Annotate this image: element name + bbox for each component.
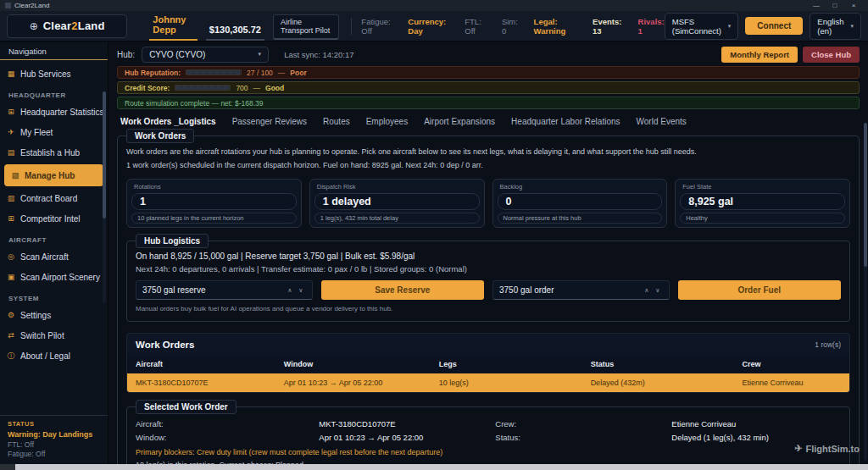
chevron-down-icon: ▾ [850,23,854,30]
maximize-button[interactable]: □ [826,2,844,9]
close-hub-button[interactable]: Close Hub [803,47,860,63]
credit-score-bar [175,85,231,91]
sidebar-item-competitor-intel[interactable]: ⊞Competitor Intel [0,208,108,229]
pilot-name[interactable]: Johnny Depp [149,11,197,41]
app-icon [5,3,11,8]
pilot-summary: Johnny Depp $130,305.72 Airline Transpor… [149,11,338,41]
scenery-icon: ▣ [7,273,15,281]
status-currency: Currency: Day [408,17,450,36]
work-orders-fieldset: Work Orders Work orders are the aircraft… [117,135,860,464]
status-events: Events: 13 [593,17,624,36]
tab-headquarter-labor-relations[interactable]: Headquarter Labor Relations [511,117,620,126]
sidebar-item-switch-pilot[interactable]: ⇄Switch Pilot [0,325,108,346]
tab-work-orders-logistics[interactable]: Work Orders _Logistics [120,117,216,126]
sidebar-item-label: Scan Airport Scenery [20,273,100,282]
col-window: Window [284,360,439,368]
sidebar-item-label: Switch Pilot [20,331,64,340]
order-input-value: 3750 gal order [499,285,554,295]
hub-reputation-grade: Poor [290,69,306,77]
tab-world-events[interactable]: World Events [637,117,687,126]
sidebar-item-my-fleet[interactable]: ✈My Fleet [0,122,108,142]
sidebar-item-settings[interactable]: ⚙Settings [0,305,108,325]
sidebar-item-establish-hub[interactable]: ▤Establish a Hub [0,142,108,163]
brand-accent: 2 [71,19,77,32]
sim-connector-select[interactable]: MSFS (SimConnect) ▾ [665,13,739,40]
order-fuel-button[interactable]: Order Fuel [678,280,842,300]
stepper-arrows-icon[interactable]: ∧ ∨ [287,287,305,294]
sidebar-item-label: About / Legal [20,351,70,361]
search-icon: ◎ [7,252,15,261]
sidebar-section-headquarter: HEADQUARTER [0,84,108,102]
sidebar-item-label: Competitor Intel [20,214,81,224]
window-title: Clear2Land [14,2,49,9]
reserve-input[interactable]: 3750 gal reserve ∧ ∨ [136,280,313,300]
cell-legs: 10 leg(s) [439,379,591,387]
crew-value: Etienne Corriveau [671,419,841,429]
pilot-balance[interactable]: $130,305.72 [206,21,264,41]
hub-tabs: Work Orders _Logistics Passenger Reviews… [117,112,860,132]
card-caption: Healthy [680,213,845,224]
hub-select[interactable]: CYVO (CYVO) ▾ [142,47,269,63]
fleet-icon: ✈ [7,128,15,136]
work-orders-table-header: Aircraft Window Legs Status Crew [127,355,849,373]
work-orders-table-panel: Work Orders 1 row(s) Aircraft Window Leg… [126,333,850,393]
sidebar-scrollbar[interactable] [103,91,106,303]
sidebar-item-label: Headquarter Statistics [20,108,103,117]
card-label: Rotations [131,182,297,191]
sidebar-status-title: STATUS [8,420,100,428]
sidebar-section-aircraft: AIRCRAFT [0,229,108,246]
last-sync: Last sync: 14:20:17 [284,50,353,59]
header-divider [351,18,352,35]
work-orders-row-count: 1 row(s) [815,340,841,349]
sidebar-item-label: Settings [20,311,51,320]
tab-employees[interactable]: Employees [366,117,408,126]
app-header: ⊕ Clear2Land Johnny Depp $130,305.72 Air… [0,11,868,41]
sidebar-item-headquarter-statistics[interactable]: ⊞Headquarter Statistics [0,102,108,122]
language-value: English (en) [817,17,843,36]
tab-passenger-reviews[interactable]: Passenger Reviews [232,117,307,126]
card-dispatch-risk: Dispatch Risk 1 delayed 1 leg(s), 432 mi… [309,179,485,228]
hub-logistics-line1: On hand 8,925 / 15,000 gal | Reserve tar… [136,252,841,261]
monthly-report-button[interactable]: Monthly Report [721,47,798,63]
main-scrollbar-thumb[interactable] [864,123,867,267]
sidebar-item-contract-board[interactable]: ▥Contract Board [0,188,108,208]
app-logo: ⊕ Clear2Land [7,14,127,38]
sidebar-item-scan-airport-scenery[interactable]: ▣Scan Airport Scenery [0,267,108,287]
tab-routes[interactable]: Routes [323,117,350,126]
status-legal: Legal: Warning [534,17,578,36]
card-value: 8,925 gal [680,193,845,210]
connect-button[interactable]: Connect [745,17,803,35]
sidebar-item-label: Establish a Hub [20,148,80,158]
tab-airport-expansions[interactable]: Airport Expansions [424,117,495,126]
hub-reputation-value: 27 / 100 [247,69,273,77]
status-value: Delayed (1 leg(s), 432 min) [671,433,841,442]
work-orders-legend: Work Orders [126,129,194,143]
sidebar-scrollbar-thumb[interactable] [103,91,106,218]
brand-pre: Clear [43,19,72,32]
crew-label: Crew: [495,419,671,429]
reserve-input-value: 3750 gal reserve [142,285,206,295]
sidebar-item-about-legal[interactable]: ⓘAbout / Legal [0,346,108,366]
card-rotations: Rotations 1 10 planned legs in the curre… [126,179,302,228]
sidebar-item-manage-hub[interactable]: ▧Manage Hub [4,164,103,186]
sidebar-item-hub-services[interactable]: ▦Hub Services [0,64,108,84]
sidebar-section-system: SYSTEM [0,287,108,305]
main-scrollbar[interactable] [864,123,867,461]
status-ftl: FTL: Off [465,17,487,36]
stepper-arrows-icon[interactable]: ∧ ∨ [644,287,662,294]
language-select[interactable]: English (en) ▾ [810,13,861,40]
sidebar: Navigation ▦Hub Services HEADQUARTER ⊞He… [0,42,108,464]
order-input[interactable]: 3750 gal order ∧ ∨ [492,280,670,300]
card-caption: Normal pressure at this hub [498,213,663,224]
sidebar-item-scan-aircraft[interactable]: ◎Scan Aircraft [0,246,108,267]
status-fatigue: Fatigue: Off [361,17,393,36]
work-orders-table-title: Work Orders [136,340,194,350]
hub-bar: Hub: CYVO (CYVO) ▾ Last sync: 14:20:17 M… [117,42,860,66]
minimize-button[interactable]: — [807,2,826,9]
sidebar-status-ftl: FTL: Off [8,440,100,449]
sidebar-item-label: Hub Services [20,69,70,79]
selected-work-order-fieldset: Selected Work Order Aircraft: MKT-3180CD… [126,406,850,464]
close-button[interactable]: × [844,2,863,9]
save-reserve-button[interactable]: Save Reserve [321,280,485,300]
table-row[interactable]: MKT-3180CD10707E Apr 01 10:23 → Apr 05 2… [127,373,849,392]
